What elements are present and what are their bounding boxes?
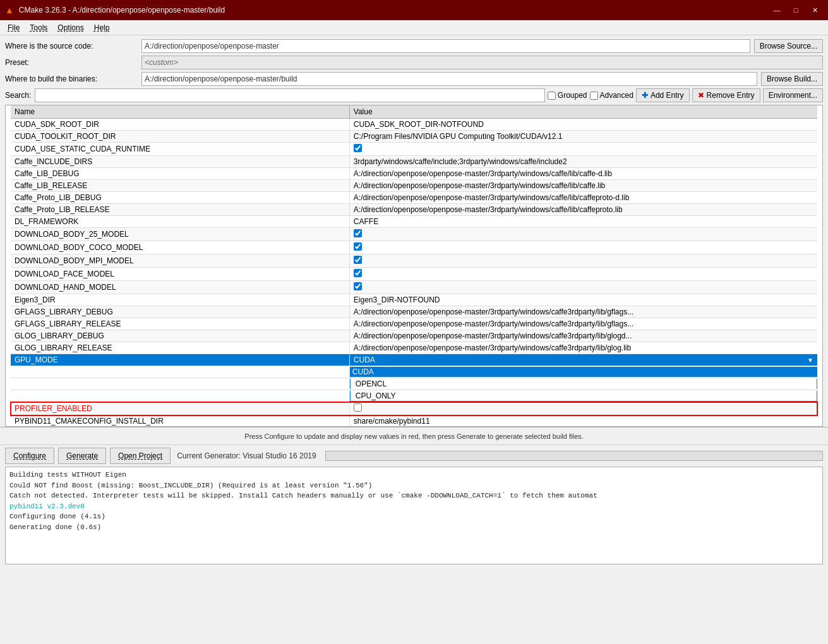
table-row[interactable]: Caffe_LIB_DEBUGA:/direction/openpose/ope… <box>11 168 817 180</box>
cell-value[interactable]: CPU_ONLY <box>349 390 817 402</box>
cell-value[interactable]: C:/Program Files/NVIDIA GPU Computing To… <box>349 131 817 143</box>
cell-value[interactable]: 3rdparty/windows/caffe/include;3rdparty/… <box>349 156 817 168</box>
table-row[interactable]: GPU_MODECUDA▼ <box>11 354 817 366</box>
log-line: Configuring done (4.1s) <box>9 511 819 522</box>
table-row[interactable]: DL_FRAMEWORKCAFFE <box>11 216 817 228</box>
maximize-button[interactable]: □ <box>788 4 804 16</box>
table-row[interactable]: DOWNLOAD_BODY_25_MODEL <box>11 228 817 241</box>
environment-button[interactable]: Environment... <box>763 88 823 102</box>
menu-help[interactable]: Help <box>89 22 115 33</box>
table-row[interactable]: CUDA_TOOLKIT_ROOT_DIRC:/Program Files/NV… <box>11 131 817 143</box>
title-bar-title: CMake 3.26.3 - A:/direction/openpose/ope… <box>19 6 225 15</box>
table-row[interactable]: Caffe_LIB_RELEASEA:/direction/openpose/o… <box>11 180 817 192</box>
cell-value[interactable]: A:/direction/openpose/openpose-master/3r… <box>349 204 817 216</box>
cell-name: PYBIND11_CMAKECONFIG_INSTALL_DIR <box>11 415 349 427</box>
cell-value[interactable] <box>349 254 817 268</box>
table-row[interactable]: Caffe_Proto_LIB_DEBUGA:/direction/openpo… <box>11 192 817 204</box>
table-checkbox[interactable] <box>354 242 362 251</box>
table-row[interactable]: INSTRUCTION_SETCUDA <box>11 366 817 378</box>
table-row[interactable]: GLOG_LIBRARY_RELEASEA:/direction/openpos… <box>11 342 817 354</box>
table-row[interactable]: DOWNLOAD_BODY_COCO_MODEL <box>11 241 817 254</box>
advanced-checkbox-label: Advanced <box>590 91 633 100</box>
cell-value[interactable] <box>349 241 817 254</box>
cell-value[interactable]: A:/direction/openpose/openpose-master/3r… <box>349 306 817 318</box>
table-row[interactable]: DOWNLOAD_HAND_MODEL <box>11 281 817 294</box>
cell-name: Caffe_LIB_DEBUG <box>11 168 349 180</box>
log-area[interactable]: Building tests WITHOUT EigenCould NOT fi… <box>5 467 823 564</box>
close-button[interactable]: ✕ <box>807 4 823 16</box>
cell-value[interactable]: A:/direction/openpose/openpose-master/3r… <box>349 330 817 342</box>
table-row[interactable]: GFLAGS_LIBRARY_DEBUGA:/direction/openpos… <box>11 306 817 318</box>
cell-value[interactable]: OPENCL <box>349 378 817 390</box>
add-entry-button[interactable]: ✚ Add Entry <box>636 88 690 102</box>
open-project-button[interactable]: Open Project <box>110 448 171 464</box>
menu-tools[interactable]: Tools <box>25 22 52 33</box>
search-input[interactable] <box>35 88 544 102</box>
cell-name: CUDA_USE_STATIC_CUDA_RUNTIME <box>11 143 349 156</box>
table-row[interactable]: GLOG_LIBRARY_DEBUGA:/direction/openpose/… <box>11 330 817 342</box>
log-line: Catch not detected. Interpreter tests wi… <box>9 491 819 501</box>
cell-value[interactable] <box>349 402 817 415</box>
cell-value[interactable] <box>349 281 817 294</box>
menu-options[interactable]: Options <box>52 22 88 33</box>
cell-value[interactable] <box>349 268 817 281</box>
source-input[interactable] <box>141 39 750 53</box>
cell-value[interactable]: CAFFE <box>349 216 817 228</box>
table-row[interactable]: PROFILER_ENABLED <box>11 402 817 415</box>
cell-value[interactable]: CUDA <box>349 366 817 378</box>
cell-value[interactable]: CUDA_SDK_ROOT_DIR-NOTFOUND <box>349 119 817 131</box>
browse-source-button[interactable]: Browse Source... <box>754 39 823 53</box>
cell-name: Caffe_INCLUDE_DIRS <box>11 156 349 168</box>
table-row[interactable]: CUDA_SDK_ROOT_DIRCUDA_SDK_ROOT_DIR-NOTFO… <box>11 119 817 131</box>
binaries-input[interactable] <box>141 72 757 86</box>
remove-icon: ✖ <box>698 91 704 100</box>
table-row[interactable]: DOWNLOAD_BODY_MPI_MODEL <box>11 254 817 268</box>
cell-value[interactable] <box>349 228 817 241</box>
table-checkbox[interactable] <box>354 144 362 152</box>
table-row[interactable]: OpenCV_LIBS_RELEASECPU_ONLY <box>11 390 817 402</box>
cell-value[interactable] <box>349 143 817 156</box>
cell-name: DOWNLOAD_BODY_COCO_MODEL <box>11 241 349 254</box>
table-row[interactable]: DOWNLOAD_FACE_MODEL <box>11 268 817 281</box>
cell-name: Caffe_Proto_LIB_DEBUG <box>11 192 349 204</box>
source-label: Where is the source code: <box>5 42 138 51</box>
table-row[interactable]: Caffe_Proto_LIB_RELEASEA:/direction/open… <box>11 204 817 216</box>
table-checkbox-red[interactable] <box>354 403 362 412</box>
remove-entry-button[interactable]: ✖ Remove Entry <box>692 88 760 102</box>
table-row[interactable]: OpenCV_LIBS_DEBUGOPENCL <box>11 378 817 390</box>
cell-name: GLOG_LIBRARY_RELEASE <box>11 342 349 354</box>
table-row[interactable]: Caffe_INCLUDE_DIRS3rdparty/windows/caffe… <box>11 156 817 168</box>
browse-build-button[interactable]: Browse Build... <box>761 72 823 86</box>
configure-button[interactable]: Configure <box>5 448 54 464</box>
advanced-checkbox[interactable] <box>590 92 598 100</box>
table-checkbox[interactable] <box>354 282 362 290</box>
table-checkbox[interactable] <box>354 229 362 237</box>
cell-value[interactable]: CUDA▼ <box>349 354 817 366</box>
grouped-checkbox[interactable] <box>548 92 556 100</box>
bottom-bar: Configure Generate Open Project Current … <box>0 444 828 467</box>
cell-value[interactable]: A:/direction/openpose/openpose-master/3r… <box>349 180 817 192</box>
table-row[interactable]: GFLAGS_LIBRARY_RELEASEA:/direction/openp… <box>11 318 817 330</box>
cell-name: DL_FRAMEWORK <box>11 216 349 228</box>
menu-bar: File Tools Options Help <box>0 20 828 35</box>
table-row[interactable]: Eigen3_DIREigen3_DIR-NOTFOUND <box>11 294 817 306</box>
cell-name: GFLAGS_LIBRARY_DEBUG <box>11 306 349 318</box>
table-row[interactable]: PYBIND11_CMAKECONFIG_INSTALL_DIRshare/cm… <box>11 415 817 427</box>
table-row[interactable]: CUDA_USE_STATIC_CUDA_RUNTIME <box>11 143 817 156</box>
cell-value[interactable]: A:/direction/openpose/openpose-master/3r… <box>349 318 817 330</box>
title-bar: ▲ CMake 3.26.3 - A:/direction/openpose/o… <box>0 0 828 20</box>
table-checkbox[interactable] <box>354 256 362 264</box>
table-checkbox[interactable] <box>354 269 362 277</box>
add-icon: ✚ <box>642 91 648 100</box>
preset-input[interactable] <box>141 56 823 69</box>
minimize-button[interactable]: — <box>769 4 785 16</box>
generate-button[interactable]: Generate <box>58 448 106 464</box>
cell-value[interactable]: A:/direction/openpose/openpose-master/3r… <box>349 192 817 204</box>
menu-file[interactable]: File <box>3 22 25 33</box>
cell-value[interactable]: Eigen3_DIR-NOTFOUND <box>349 294 817 306</box>
cell-name: Caffe_LIB_RELEASE <box>11 180 349 192</box>
cell-value[interactable]: A:/direction/openpose/openpose-master/3r… <box>349 168 817 180</box>
cell-value[interactable]: A:/direction/openpose/openpose-master/3r… <box>349 342 817 354</box>
search-label: Search: <box>5 91 31 100</box>
cell-value[interactable]: share/cmake/pybind11 <box>349 415 817 427</box>
